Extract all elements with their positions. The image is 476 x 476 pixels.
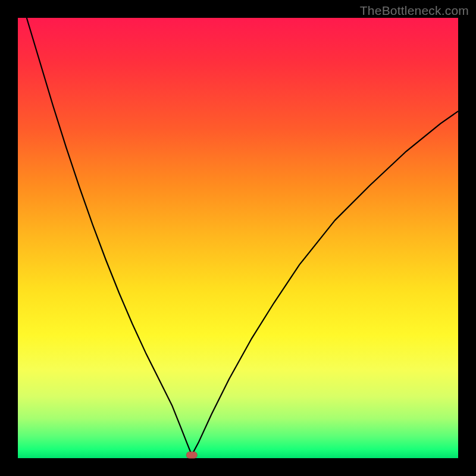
watermark-text: TheBottleneck.com xyxy=(360,4,469,18)
curve-layer xyxy=(18,18,458,458)
bottleneck-curve xyxy=(27,18,458,455)
optimum-marker xyxy=(186,452,197,458)
plot-area xyxy=(18,18,458,458)
chart-frame: TheBottleneck.com xyxy=(0,0,476,476)
